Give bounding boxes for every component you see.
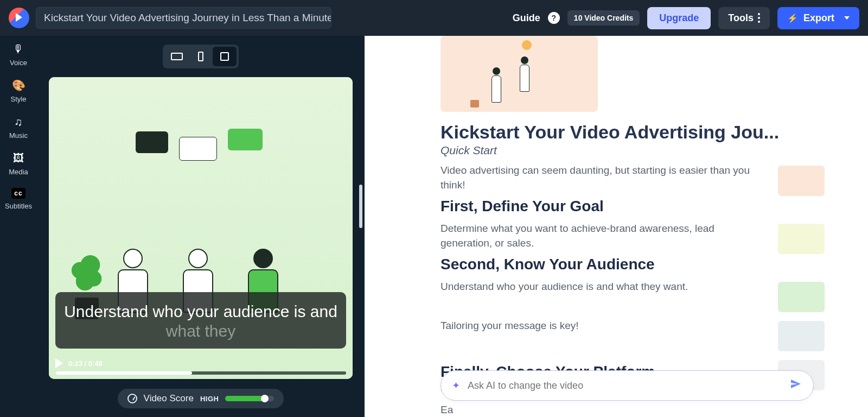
cc-icon: cc — [11, 188, 25, 199]
sidebar-item-subtitles[interactable]: cc Subtitles — [5, 188, 32, 210]
credits-badge[interactable]: 10 Video Credits — [567, 10, 640, 26]
aspect-desktop[interactable] — [165, 47, 189, 66]
sidebar-item-voice[interactable]: 🎙 Voice — [10, 42, 27, 67]
app-logo — [9, 8, 29, 28]
sidebar-item-label: Voice — [10, 59, 27, 67]
sidebar-item-label: Music — [9, 131, 28, 140]
chevron-down-icon — [844, 16, 850, 20]
aspect-switch — [163, 45, 239, 68]
left-sidebar: 🎙 Voice 🎨 Style ♫ Music 🖼 Media cc Subti… — [0, 36, 37, 417]
ai-input[interactable] — [468, 380, 789, 391]
section-body-trailing: Ea — [441, 403, 762, 417]
section-heading[interactable]: Second, Know Your Audience — [441, 256, 762, 273]
square-icon — [220, 52, 229, 61]
upgrade-button[interactable]: Upgrade — [647, 7, 711, 29]
score-level: HIGH — [200, 395, 219, 403]
music-icon: ♫ — [12, 115, 25, 128]
video-stage[interactable]: Understand who your audience is and what… — [49, 77, 353, 379]
preview-panel: Understand who your audience is and what… — [37, 36, 365, 417]
send-icon[interactable] — [789, 377, 802, 394]
caption-text: Understand who your audience is and — [64, 302, 337, 320]
bolt-icon: ⚡ — [787, 13, 798, 23]
panel-resize-handle[interactable] — [359, 185, 362, 228]
export-button[interactable]: ⚡ Export — [777, 7, 859, 29]
mobile-icon — [198, 52, 203, 61]
project-title-input[interactable]: Kickstart Your Video Advertising Journey… — [36, 7, 331, 29]
sparkle-icon: ✦ — [452, 380, 460, 391]
time-display: 0:23 / 0:48 — [68, 359, 103, 368]
score-label: Video Score — [144, 393, 194, 404]
doc-title: Kickstart Your Video Advertising Jou... — [441, 122, 825, 143]
play-icon[interactable] — [55, 358, 63, 368]
script-panel: Kickstart Your Video Advertising Jou... … — [365, 36, 868, 417]
sidebar-item-label: Media — [9, 168, 28, 176]
section-body[interactable]: Determine what you want to achieve-brand… — [441, 222, 762, 250]
progress-bar[interactable] — [55, 371, 346, 375]
desktop-icon — [171, 53, 183, 60]
tools-button[interactable]: Tools — [718, 7, 770, 29]
sidebar-item-music[interactable]: ♫ Music — [9, 115, 28, 140]
section-thumb[interactable] — [778, 224, 825, 254]
score-meter — [225, 396, 274, 401]
aspect-square[interactable] — [213, 47, 237, 66]
section-heading[interactable]: First, Define Your Goal — [441, 198, 762, 215]
section-thumb[interactable] — [778, 166, 825, 196]
sidebar-item-label: Style — [11, 95, 27, 103]
ai-prompt-bar[interactable]: ✦ — [441, 370, 814, 401]
sidebar-item-label: Subtitles — [5, 202, 32, 210]
caption-text-pending: what they — [166, 322, 235, 340]
palette-icon: 🎨 — [12, 79, 25, 92]
microphone-icon: 🎙 — [12, 42, 25, 55]
sidebar-item-style[interactable]: 🎨 Style — [11, 79, 27, 103]
export-label: Export — [803, 12, 834, 24]
top-bar: Kickstart Your Video Advertising Journey… — [0, 0, 868, 36]
doc-subtitle: Quick Start — [441, 144, 825, 157]
aspect-mobile[interactable] — [189, 47, 213, 66]
image-icon: 🖼 — [12, 151, 25, 165]
section-body[interactable]: Tailoring your message is key! — [441, 319, 762, 333]
section-thumb[interactable] — [778, 321, 825, 351]
kebab-icon — [758, 13, 760, 23]
tools-label: Tools — [728, 12, 754, 24]
section-thumb[interactable] — [778, 282, 825, 312]
section-body[interactable]: Understand who your audience is and what… — [441, 280, 762, 294]
section-body[interactable]: Video advertising can seem daunting, but… — [441, 163, 762, 192]
sidebar-item-media[interactable]: 🖼 Media — [9, 151, 28, 176]
guide-link[interactable]: Guide — [513, 12, 540, 24]
player-controls: 0:23 / 0:48 — [49, 354, 353, 379]
video-score-pill[interactable]: Video Score HIGH — [118, 389, 284, 408]
gauge-icon — [127, 394, 137, 403]
hero-thumb — [441, 36, 598, 112]
help-icon[interactable]: ? — [548, 12, 560, 24]
caption-overlay: Understand who your audience is and what… — [55, 292, 346, 349]
